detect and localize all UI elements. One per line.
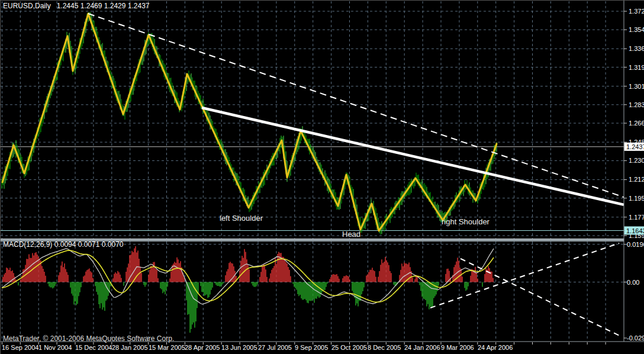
price-axis-label: 1.3720 <box>629 8 644 15</box>
pattern-annotation[interactable]: right Shoulder <box>442 217 490 226</box>
time-axis-label: 25 Oct 2005 <box>331 344 367 351</box>
time-axis-label: 13 Jun 2005 <box>221 344 257 351</box>
chart-canvas: 1.37201.35451.33651.31901.30101.28351.26… <box>1 1 644 354</box>
time-axis-label: 28 Jan 2005 <box>112 344 148 351</box>
time-axis-label: 9 Mar 2006 <box>441 344 474 351</box>
time-axis-label: 8 Dec 2005 <box>368 344 401 351</box>
price-axis-label: 1.1950 <box>629 195 644 202</box>
time-axis-label: 28 Apr 2005 <box>185 344 220 351</box>
price-axis-label: 1.2125 <box>629 176 644 183</box>
time-axis-label: 27 Jul 2005 <box>258 344 292 351</box>
price-axis-label: 1.2305 <box>629 157 644 164</box>
macd-axis-label: -0.0293 <box>627 334 644 342</box>
price-axis-label: 1.2660 <box>629 120 644 127</box>
price-axis-label: 1.3545 <box>629 26 644 33</box>
pattern-annotation[interactable]: Head <box>342 230 360 239</box>
time-axis-label: 15 Dec 2004 <box>75 344 112 351</box>
time-axis-label: 1 Nov 2004 <box>38 344 72 351</box>
level-price-box-label: 1.1643 <box>626 227 644 234</box>
time-axis-label: 24 Jan 2006 <box>404 344 440 351</box>
price-axis-label: 1.1770 <box>629 214 644 221</box>
price-axis-label: 1.2835 <box>629 101 644 108</box>
price-axis-label: 1.3010 <box>629 83 644 90</box>
bid-price-box-label: 1.2437 <box>626 143 644 150</box>
price-axis-label: 1.3190 <box>629 64 644 71</box>
price-axis-label: 1.3365 <box>629 45 644 52</box>
time-axis-label: 15 Mar 2005 <box>149 344 185 351</box>
time-axis-label: 16 Sep 2004 <box>2 344 38 351</box>
macd-axis-label: 0.0196 <box>627 241 644 248</box>
macd-axis-label: 0.00 <box>627 279 639 286</box>
pattern-annotation[interactable]: left Shoulder <box>220 214 263 223</box>
time-axis-label: 9 Sep 2005 <box>295 344 328 351</box>
time-axis-label: 24 Apr 2006 <box>478 344 513 351</box>
metatrader-chart-window: 1.37201.35451.33651.31901.30101.28351.26… <box>0 0 644 354</box>
